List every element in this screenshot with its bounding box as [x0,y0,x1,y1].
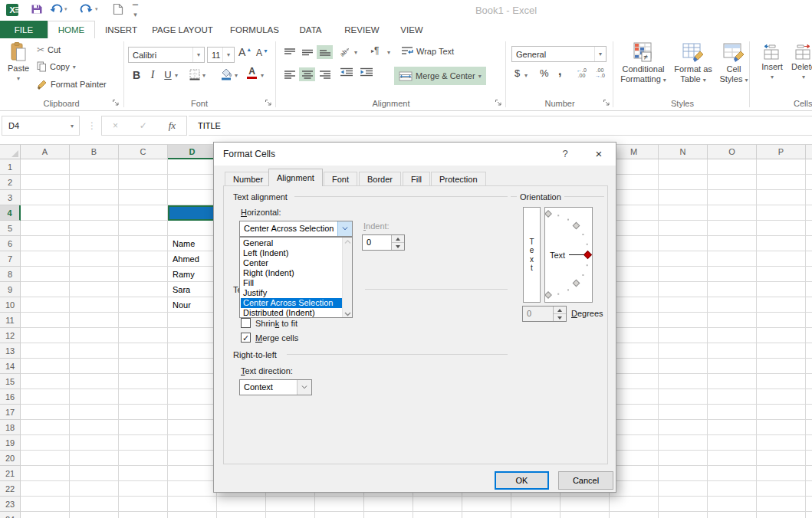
ok-button[interactable]: OK [495,471,549,490]
comma-style-button[interactable]: , [558,64,561,78]
orientation-dial[interactable]: Text [544,207,593,303]
wrap-text-button[interactable]: Wrap Text [401,46,454,56]
number-dialog-launcher[interactable] [603,99,611,107]
redo-dropdown-icon[interactable]: ▾ [95,6,98,12]
accounting-format-button[interactable]: $ [514,67,520,79]
copy-dropdown-icon[interactable]: ▾ [73,64,76,70]
font-color-button[interactable]: A [247,67,257,79]
tab-review[interactable]: REVIEW [337,21,386,38]
cell-styles-dropdown-icon[interactable]: ▾ [745,77,748,84]
cell-styles-button[interactable]: Cell Styles ▾ [718,42,750,85]
indent-down-button[interactable] [392,243,404,250]
dialog-tab-protection[interactable]: Protection [431,172,486,186]
row-header-12[interactable]: 12 [0,328,21,343]
align-left-button[interactable] [281,67,298,81]
excel-logo-icon[interactable]: X [6,3,20,17]
undo-button[interactable]: ▾ [49,3,67,15]
column-header-partial[interactable] [806,144,812,159]
font-name-dropdown-icon[interactable]: ▾ [192,48,204,62]
insert-dropdown-icon[interactable]: ▾ [771,72,774,82]
undo-dropdown-icon[interactable]: ▾ [64,6,67,12]
dialog-close-button[interactable]: × [588,146,610,162]
indent-up-button[interactable] [392,235,404,243]
cancel-button[interactable]: Cancel [558,471,613,490]
clipboard-dialog-launcher[interactable] [112,99,120,107]
font-color-dropdown-icon[interactable]: ▾ [261,72,264,79]
row-header-14[interactable]: 14 [0,359,21,374]
fill-color-dropdown-icon[interactable]: ▾ [235,72,238,79]
tab-file[interactable]: FILE [0,21,48,38]
option-fill[interactable]: Fill [241,278,343,288]
cancel-entry-icon[interactable]: × [113,120,118,131]
font-dialog-launcher[interactable] [265,99,273,107]
merge-center-dropdown-icon[interactable]: ▾ [478,73,482,80]
column-header-B[interactable]: B [70,144,119,159]
row-header-11[interactable]: 11 [0,313,21,328]
option-left-indent-[interactable]: Left (Indent) [241,248,343,258]
insert-cells-button[interactable]: Insert ▾ [758,42,787,82]
align-middle-button[interactable] [299,45,315,59]
dialog-tab-border[interactable]: Border [359,172,401,186]
degrees-down-button[interactable] [554,314,566,321]
row-header-24[interactable]: 24 [0,512,21,518]
dialog-help-button[interactable]: ? [554,146,576,162]
scroll-up-icon[interactable] [344,239,352,245]
tab-insert[interactable]: INSERT [100,21,143,38]
option-distributed-indent-[interactable]: Distributed (Indent) [241,308,343,318]
dialog-tab-number[interactable]: Number [225,172,271,186]
conditional-formatting-button[interactable]: ≠ Conditional Formatting ▾ [618,42,669,85]
paste-dropdown-icon[interactable]: ▾ [17,74,20,84]
tab-formulas[interactable]: FORMULAS [224,21,285,38]
option-justify[interactable]: Justify [241,288,343,298]
fill-color-button[interactable] [219,67,233,80]
row-header-23[interactable]: 23 [0,497,21,512]
row-header-18[interactable]: 18 [0,420,21,435]
align-bottom-button[interactable] [317,45,333,59]
row-header-5[interactable]: 5 [0,221,21,236]
row-header-17[interactable]: 17 [0,405,21,420]
delete-dropdown-icon[interactable]: ▾ [802,72,805,82]
option-center[interactable]: Center [241,258,343,268]
column-header-O[interactable]: O [708,144,757,159]
italic-button[interactable]: I [147,69,158,81]
merge-cells-label[interactable]: Merge cells [255,333,298,343]
cell-d6[interactable]: Name [169,236,216,251]
column-header-A[interactable]: A [21,144,70,159]
column-header-P[interactable]: P [757,144,806,159]
horizontal-combo-dropdown-icon[interactable] [337,221,352,236]
row-header-8[interactable]: 8 [0,267,21,282]
font-size-combo[interactable]: 11 ▾ [207,47,235,63]
column-header-M[interactable]: M [610,144,659,159]
row-header-7[interactable]: 7 [0,251,21,267]
row-header-21[interactable]: 21 [0,466,21,481]
tab-data[interactable]: DATA [291,21,330,38]
row-header-13[interactable]: 13 [0,343,21,359]
shrink-to-fit-label[interactable]: Shrink to fit [255,319,298,328]
format-as-table-dropdown-icon[interactable]: ▾ [703,77,706,84]
underline-button[interactable]: U [163,69,173,80]
new-document-icon[interactable] [113,3,123,15]
merge-center-button[interactable]: Merge & Center ▾ [394,67,486,85]
borders-button[interactable] [189,68,201,80]
name-box-dropdown-icon[interactable]: ▾ [65,123,79,130]
tab-home[interactable]: HOME [48,21,95,38]
dialog-tab-font[interactable]: Font [324,172,357,186]
format-as-table-button[interactable]: Format as Table ▾ [670,42,716,85]
copy-button[interactable]: Copy ▾ [37,61,76,72]
align-right-button[interactable] [317,67,333,81]
scroll-down-icon[interactable] [344,311,352,317]
option-general[interactable]: General [241,238,343,248]
indent-spinner[interactable]: 0 [362,234,405,251]
customize-qat-icon[interactable]: ▔▾ [133,5,138,18]
number-format-dropdown-icon[interactable]: ▾ [594,47,606,61]
confirm-entry-icon[interactable]: ✓ [140,120,147,131]
merge-cells-checkbox[interactable]: ✓ [241,333,251,343]
cell-d8[interactable]: Ramy [169,267,216,282]
shrink-to-fit-checkbox[interactable] [241,318,251,328]
vertical-text-option[interactable]: T e x t [523,207,541,303]
row-header-19[interactable]: 19 [0,435,21,451]
text-direction-button[interactable]: ▸¶ [371,45,379,56]
percent-style-button[interactable]: % [540,67,549,79]
tab-page-layout[interactable]: PAGE LAYOUT [147,21,218,38]
option-center-across-selection[interactable]: Center Across Selection [241,298,343,308]
